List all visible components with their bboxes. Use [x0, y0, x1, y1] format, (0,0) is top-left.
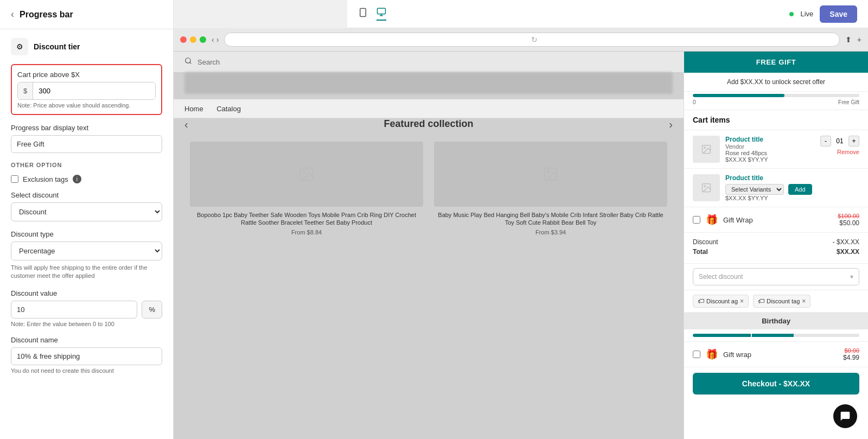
section-header: ⚙ Discount tier: [11, 38, 162, 55]
discount-tier-icon: ⚙: [11, 38, 28, 55]
cart-price-input[interactable]: [33, 82, 155, 99]
browser-content: Search Home Catalog ‹ Featured collectio…: [174, 52, 868, 439]
cart-header: FREE GIFT: [684, 52, 868, 73]
birthday-section-header: Birthday: [684, 313, 868, 329]
add-tab-icon[interactable]: +: [857, 35, 861, 44]
discount-type-label: Discount type: [11, 230, 162, 238]
discount-label: Discount: [693, 238, 718, 246]
progress-bar-text-input[interactable]: [11, 135, 162, 153]
cart-price-prefix: $: [18, 82, 33, 99]
gift-wrap-prices-2: $0.00 $4.99: [843, 347, 859, 361]
cart-price-note: Note: Price above value should ascending…: [17, 102, 156, 109]
discount-tag-close-1[interactable]: ×: [740, 297, 744, 305]
nav-item-home[interactable]: Home: [184, 105, 203, 113]
top-bar: Live Save: [347, 0, 868, 28]
search-text: Search: [197, 58, 220, 66]
store-nav: Home Catalog: [174, 99, 684, 118]
exclusion-tags-row: Exclusion tags i: [11, 175, 162, 183]
qty-decrease-1[interactable]: -: [820, 136, 831, 147]
gift-wrap-price-original-1: $100.00: [838, 213, 859, 219]
refresh-icon[interactable]: ↻: [531, 35, 538, 44]
exclusion-tags-checkbox[interactable]: [11, 175, 18, 183]
mobile-device-button[interactable]: [358, 8, 368, 20]
products-grid: Bopoobo 1pc Baby Teether Safe Wooden Toy…: [174, 136, 684, 241]
birthday-bar-fill: [693, 334, 859, 337]
progress-label-end: Free Gift: [838, 99, 859, 105]
cart-item-price-2: $XX.XX $YY.YY: [725, 195, 859, 201]
remove-item-1[interactable]: Remove: [837, 149, 859, 155]
browser-chrome: ‹ › ↻ ⬆ +: [174, 28, 868, 52]
discount-name-input[interactable]: [11, 347, 162, 365]
discount-amount: - $XX.XX: [833, 238, 859, 246]
gift-wrap-label-2: Gift wrap: [723, 351, 838, 359]
discount-value-note: Note: Enter the value between 0 to 100: [11, 321, 162, 327]
gift-wrap-icon-2: 🎁: [706, 348, 718, 360]
gift-wrap-checkbox-2[interactable]: [693, 351, 700, 358]
gift-wrap-row-1: 🎁 Gift Wrap $100.00 $50.00: [684, 207, 868, 233]
desktop-device-button[interactable]: [376, 7, 386, 21]
discount-value-input[interactable]: [11, 301, 137, 319]
traffic-lights: [180, 36, 206, 43]
birthday-bar-seg-1: [693, 334, 751, 337]
product-card-2: Baby Music Play Bed Hanging Bell Baby's …: [429, 136, 673, 241]
save-button[interactable]: Save: [820, 5, 857, 23]
section-label: Discount tier: [34, 42, 80, 51]
left-content: ⚙ Discount tier Cart price above $X $ No…: [0, 29, 173, 439]
cart-sidebar: FREE GIFT Add $XX.XX to unlock secret of…: [684, 52, 868, 439]
qty-value-1: 01: [834, 137, 845, 145]
select-discount-dropdown[interactable]: Select discount ▾: [693, 268, 859, 285]
progress-bar-track: [693, 94, 859, 97]
featured-title: Featured collection: [384, 118, 473, 131]
percent-badge: %: [142, 301, 162, 319]
cart-item-controls-1: - 01 + Remove: [820, 136, 859, 155]
cart-item-details-1: Product title Vendor Rose red 48pcs $XX.…: [725, 136, 815, 163]
product-image-1: [190, 142, 423, 207]
carousel-prev-button[interactable]: ‹: [184, 118, 188, 131]
gift-wrap-checkbox-1[interactable]: [693, 216, 700, 224]
svg-point-14: [704, 186, 706, 187]
device-icons: [358, 7, 386, 21]
gift-wrap-price-sale-1: $50.00: [838, 219, 859, 227]
progress-bar-text-label: Progress bar display text: [11, 124, 162, 132]
birthday-bar-seg-2: [752, 334, 794, 337]
svg-point-8: [303, 171, 305, 173]
back-button[interactable]: ‹: [11, 9, 14, 20]
share-icon[interactable]: ⬆: [845, 35, 852, 44]
product-name-1: Bopoobo 1pc Baby Teether Safe Wooden Toy…: [190, 211, 423, 227]
total-label: Total: [693, 248, 708, 256]
traffic-light-red[interactable]: [180, 36, 187, 43]
cart-subheader: Add $XX.XX to unlock secret offer: [684, 73, 868, 92]
nav-back-button[interactable]: ‹: [212, 35, 214, 44]
discount-value-label: Discount value: [11, 289, 162, 297]
chat-button[interactable]: [833, 404, 857, 428]
nav-item-catalog[interactable]: Catalog: [216, 105, 241, 113]
live-label: Live: [800, 10, 813, 18]
address-bar[interactable]: ↻: [224, 33, 839, 47]
exclusion-tags-info-icon[interactable]: i: [73, 175, 81, 183]
product-card-1: Bopoobo 1pc Baby Teether Safe Wooden Toy…: [184, 136, 429, 241]
cart-item-image-2: [693, 174, 720, 201]
select-discount-field: Select discount Discount: [11, 191, 162, 221]
traffic-light-yellow[interactable]: [190, 36, 196, 43]
blurred-banner: [184, 72, 673, 94]
product-price-2: From $3.94: [434, 229, 667, 236]
checkout-button[interactable]: Checkout - $XX.XX: [693, 373, 859, 395]
gift-wrap-label-1: Gift Wrap: [723, 216, 832, 224]
select-discount-select[interactable]: Discount: [11, 202, 162, 221]
discount-type-select[interactable]: Percentage: [11, 241, 162, 260]
left-panel: ‹ Progress bar ⚙ Discount tier Cart pric…: [0, 0, 174, 439]
discount-tag-label-2: Discount tag: [767, 298, 800, 304]
variant-select-2[interactable]: Select Variants: [725, 184, 784, 195]
nav-forward-button[interactable]: ›: [216, 35, 219, 44]
add-item-2-button[interactable]: Add: [788, 184, 812, 195]
discount-tag-close-2[interactable]: ×: [802, 297, 806, 305]
discount-name-field: Discount name You do not need to create …: [11, 336, 162, 374]
traffic-light-green[interactable]: [200, 36, 206, 43]
qty-increase-1[interactable]: +: [848, 136, 859, 147]
select-discount-placeholder: Select discount: [699, 273, 743, 281]
carousel-next-button[interactable]: ›: [669, 118, 673, 131]
cart-item-1: Product title Vendor Rose red 48pcs $XX.…: [684, 130, 868, 169]
discount-type-field: Discount type Percentage This will apply…: [11, 230, 162, 281]
cart-item-title-1: Product title: [725, 136, 815, 143]
cart-item-price-original-1: $XX.XX: [725, 156, 746, 163]
